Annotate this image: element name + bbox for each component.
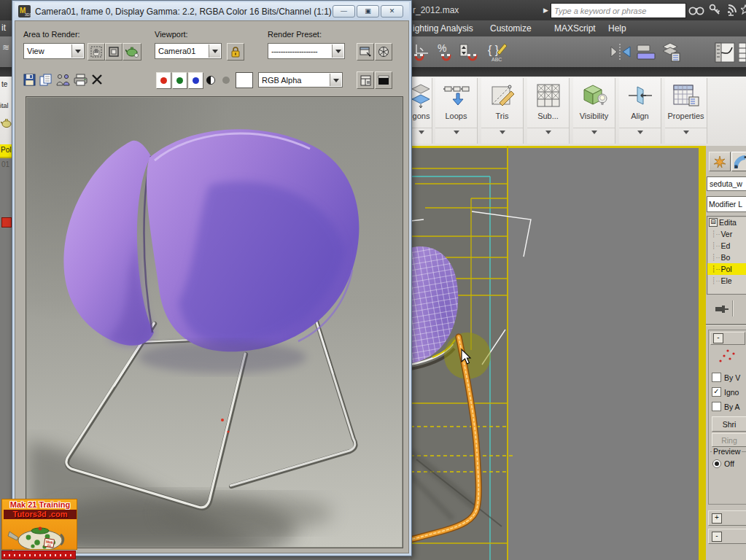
- combo-arrow-button[interactable]: [71, 44, 83, 58]
- dropdown-arrow-icon[interactable]: [545, 131, 551, 137]
- modifier-list-dropdown[interactable]: Modifier L: [707, 196, 746, 212]
- alpha-channel-button[interactable]: [222, 77, 230, 84]
- monochrome-button[interactable]: [206, 75, 216, 85]
- render-setup-button[interactable]: [357, 43, 374, 61]
- by-angle-checkbox[interactable]: By A: [712, 402, 740, 411]
- render-button[interactable]: [375, 43, 392, 61]
- menu-help[interactable]: Help: [608, 23, 626, 34]
- rollout-minus-header[interactable]: -: [708, 529, 746, 544]
- rollout-header[interactable]: -: [710, 332, 745, 345]
- left-menu-fragment[interactable]: it: [1, 23, 6, 33]
- dropdown-arrow-icon[interactable]: [637, 131, 643, 137]
- combo-arrow-button[interactable]: [332, 44, 343, 58]
- named-selection-sets-icon[interactable]: { } ABC: [487, 41, 508, 63]
- menu-customize[interactable]: Customize: [490, 23, 532, 34]
- modifier-stack[interactable]: ⊟ Edita ┊··Ver ┊··Ed ┊··Bo ┊··Pol ┊··Ele: [707, 216, 746, 295]
- satellite-dish-icon[interactable]: [726, 3, 739, 17]
- blue-channel-button[interactable]: [188, 72, 203, 89]
- mirror-icon[interactable]: [610, 42, 632, 61]
- left-poly-highlight[interactable]: Pol: [0, 144, 12, 158]
- dropdown-arrow-icon[interactable]: [591, 131, 597, 137]
- ribbon-button-align[interactable]: Align: [619, 78, 661, 144]
- scroll-chevrons-icon[interactable]: ≋: [2, 42, 9, 52]
- dropdown-arrow-icon[interactable]: [683, 131, 689, 137]
- ribbon-button-polygons[interactable]: gons: [411, 78, 432, 144]
- layers-dialog-button[interactable]: [357, 71, 374, 89]
- toggle-ui-button[interactable]: [375, 71, 392, 89]
- object-name-input[interactable]: [707, 176, 746, 191]
- angle-snap-icon[interactable]: [413, 42, 432, 62]
- render-preset-dropdown[interactable]: --------------------: [268, 43, 345, 59]
- minimize-button[interactable]: —: [333, 5, 355, 18]
- close-button[interactable]: ✕: [381, 5, 403, 18]
- combo-arrow-button[interactable]: [209, 44, 220, 58]
- checkbox-icon[interactable]: [712, 402, 721, 411]
- pin-stack-button[interactable]: [713, 302, 729, 316]
- curve-editor-icon[interactable]: [714, 42, 736, 63]
- stack-row-edge[interactable]: ┊··Ed: [707, 240, 746, 252]
- percent-snap-icon[interactable]: %: [436, 42, 455, 62]
- quick-render-button[interactable]: [123, 43, 141, 61]
- dropdown-arrow-icon[interactable]: [500, 131, 505, 137]
- favorites-star-icon[interactable]: [741, 4, 746, 15]
- teapot-mini-icon[interactable]: [1, 117, 12, 128]
- search-input[interactable]: [551, 4, 685, 18]
- auto-region-button[interactable]: [105, 43, 123, 61]
- schematic-view-icon[interactable]: [739, 42, 746, 63]
- dropdown-arrow-icon[interactable]: [419, 131, 424, 137]
- red-swatch[interactable]: [1, 217, 12, 228]
- collapse-minus-icon[interactable]: -: [713, 333, 723, 343]
- layer-manager-icon[interactable]: [661, 41, 681, 63]
- align-tool-icon[interactable]: [636, 43, 656, 61]
- rollout-plus-header[interactable]: +: [708, 510, 746, 526]
- checkbox-checked-icon[interactable]: ✓: [712, 387, 721, 397]
- stack-row-editable-poly[interactable]: ⊟ Edita: [707, 217, 746, 228]
- stack-row-polygon[interactable]: ┊··Pol: [707, 263, 746, 275]
- viewport-dropdown[interactable]: Camera01: [155, 43, 222, 59]
- viewport-lock-button[interactable]: [227, 43, 244, 61]
- binoculars-icon[interactable]: [688, 4, 704, 16]
- infocenter-search[interactable]: [551, 3, 686, 18]
- display-mode-dropdown[interactable]: RGB Alpha: [258, 72, 343, 88]
- checkbox-icon[interactable]: [712, 373, 721, 382]
- collapse-minus-icon[interactable]: -: [712, 532, 722, 542]
- stack-row-element[interactable]: ┊··Ele: [707, 275, 746, 287]
- tab-create[interactable]: [709, 152, 731, 171]
- rendered-frame-window[interactable]: M 3DS Camera01, frame 0, Display Gamma: …: [12, 0, 412, 556]
- background-color-swatch[interactable]: [236, 72, 253, 88]
- save-image-icon[interactable]: [23, 74, 36, 86]
- menu-maxscript[interactable]: MAXScript: [554, 23, 596, 34]
- ribbon-button-visibility[interactable]: Visibility: [573, 78, 615, 144]
- by-vertex-checkbox[interactable]: By V: [712, 373, 740, 382]
- print-image-icon[interactable]: [74, 74, 88, 86]
- ribbon-button-subdivide[interactable]: Sub...: [527, 78, 570, 144]
- stack-row-vertex[interactable]: ┊··Ver: [707, 228, 746, 240]
- radio-selected-icon[interactable]: [712, 459, 721, 468]
- ring-button[interactable]: Ring: [712, 433, 746, 447]
- green-channel-button[interactable]: [172, 72, 187, 89]
- perspective-viewport[interactable]: [411, 146, 702, 560]
- ribbon-button-properties[interactable]: Properties: [665, 78, 707, 144]
- area-to-render-dropdown[interactable]: View: [23, 43, 85, 59]
- maximize-button[interactable]: ▣: [357, 5, 379, 18]
- spinner-snap-icon[interactable]: [458, 42, 480, 62]
- collapse-box-icon[interactable]: ⊟: [709, 218, 718, 227]
- expand-plus-icon[interactable]: +: [712, 513, 722, 524]
- preview-off-radio[interactable]: Off: [712, 459, 734, 468]
- ignore-backfacing-checkbox[interactable]: ✓ Igno: [712, 387, 739, 397]
- shrink-button[interactable]: Shri: [712, 416, 746, 432]
- menu-lighting-analysis[interactable]: ighting Analysis: [413, 23, 473, 34]
- dropdown-arrow-icon[interactable]: [454, 131, 459, 137]
- red-channel-button[interactable]: [156, 72, 171, 89]
- clear-x-icon[interactable]: [91, 74, 103, 85]
- copy-image-icon[interactable]: [39, 74, 53, 86]
- edit-region-button[interactable]: [88, 43, 105, 61]
- clone-window-icon[interactable]: [56, 74, 71, 86]
- combo-arrow-button[interactable]: [330, 74, 341, 86]
- stack-row-border[interactable]: ┊··Bo: [707, 252, 746, 263]
- ribbon-button-tris[interactable]: Tris: [481, 78, 524, 144]
- ribbon-button-loops[interactable]: Loops: [435, 78, 478, 144]
- tab-modify[interactable]: [731, 152, 746, 171]
- key-icon[interactable]: [709, 4, 721, 17]
- rfw-title-bar[interactable]: M 3DS Camera01, frame 0, Display Gamma: …: [15, 2, 409, 21]
